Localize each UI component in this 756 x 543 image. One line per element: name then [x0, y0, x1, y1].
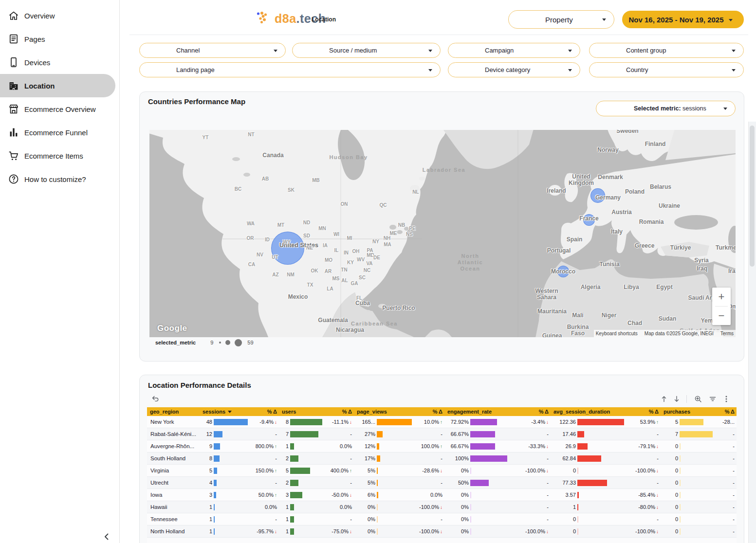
metric-cell: 12 [200, 428, 250, 440]
map-bubble-germany[interactable] [590, 188, 605, 203]
delta-cell: 53.9%↑ [628, 419, 661, 425]
selected-metric-dropdown[interactable]: Selected metric: sessions [596, 101, 736, 116]
metric-cell: 2 [279, 452, 324, 464]
trend-up-icon: ↑ [275, 444, 277, 449]
sidebar-item-how-to-customize[interactable]: How to customize? [0, 167, 115, 191]
table-row-iowa[interactable]: Iowa350.0%↑3-50.0%↓6%0.0%0%-3.57-85.4%↓0… [147, 489, 737, 501]
delta-cell: - [712, 431, 737, 437]
sidebar-item-label: Devices [24, 58, 50, 67]
filter-dropdown-source-medium[interactable]: Source / medium [292, 43, 441, 58]
filter-icon[interactable] [708, 395, 717, 403]
table-row-rabat-sal-k-ni[interactable]: Rabat-Salé-Kéni...12-7-27%-66.67%-17.46-… [147, 428, 737, 440]
column-header-purchases[interactable]: purchases [661, 409, 712, 415]
delta-cell: 400.0%↑ [324, 468, 354, 473]
zoom-search-icon[interactable] [694, 395, 702, 403]
page-scrollbar[interactable] [748, 122, 756, 543]
terms-link[interactable]: Terms [720, 331, 734, 336]
trend-down-icon: ↓ [656, 505, 659, 510]
delta-cell: -80.0%↓ [628, 504, 661, 510]
delta-cell: - [511, 492, 551, 498]
trend-down-icon: ↓ [440, 529, 443, 534]
map-bubble-morocco[interactable] [557, 266, 569, 277]
table-card-title: Location Performance Details [148, 381, 251, 389]
metric-cell: 0% [354, 525, 413, 537]
trend-down-icon: ↓ [275, 419, 277, 425]
table-row-auvergne-rh-n[interactable]: Auvergne-Rhôn...9800.0%↑10.0%12%100.0%↑6… [147, 440, 737, 452]
filter-dropdown-campaign[interactable]: Campaign [448, 43, 580, 58]
column-header-[interactable]: % Δ [250, 409, 279, 415]
scrollbar-thumb[interactable] [750, 126, 755, 267]
trend-down-icon: ↓ [350, 419, 352, 425]
column-header-geo-region[interactable]: geo_region [147, 409, 200, 415]
google-logo[interactable]: Google [157, 324, 187, 333]
metric-bar [290, 468, 310, 474]
column-header-[interactable]: % Δ [413, 409, 444, 415]
metric-bar [214, 431, 222, 437]
table-row-tennessee[interactable]: Tennessee1-1-0%-0%-0-0- [147, 513, 737, 525]
sidebar-collapse-button[interactable] [100, 530, 113, 543]
map-attribution: Keyboard shortcuts Map data ©2025 Google… [594, 330, 736, 337]
sidebar-item-ecommerce-items[interactable]: Ecommerce Items [0, 144, 115, 167]
geo-map[interactable]: CanadaUnited StatesMexicoCubaPuerto Rico… [149, 130, 736, 337]
sidebar-item-devices[interactable]: Devices [0, 51, 115, 74]
sidebar-item-ecommerce-overview[interactable]: Ecommerce Overview [0, 97, 115, 121]
table-row-north-holland[interactable]: North Holland1-95.7%↓1-75.0%↓0%-100.0%↓0… [147, 525, 737, 538]
date-range-dropdown[interactable]: Nov 16, 2025 - Nov 19, 2025 [622, 11, 744, 28]
filter-dropdown-device-category[interactable]: Device category [448, 62, 580, 77]
delta-cell: - [628, 480, 661, 486]
chevron-down-icon [428, 50, 432, 52]
filter-dropdown-country[interactable]: Country [589, 62, 744, 77]
column-header-avg-session-duration[interactable]: avg_session_duration [551, 409, 628, 415]
map-bubble-france[interactable] [583, 214, 595, 226]
sidebar-item-location[interactable]: Location [0, 74, 115, 97]
delta-cell: 100.0%↑ [413, 443, 444, 449]
keyboard-shortcuts-link[interactable]: Keyboard shortcuts [596, 331, 638, 336]
sidebar-item-label: Pages [24, 35, 45, 43]
column-header-sessions[interactable]: sessions [200, 409, 250, 415]
delta-cell: 150.0%↑ [250, 468, 279, 473]
delta-cell: - [324, 516, 354, 522]
column-header-[interactable]: % Δ [628, 409, 661, 415]
column-header-[interactable]: % Δ [712, 409, 737, 415]
metric-bar [377, 443, 379, 450]
filter-dropdown-landing-page[interactable]: Landing page [139, 62, 441, 77]
metric-cell: 3.57 [551, 489, 628, 501]
column-header-[interactable]: % Δ [324, 409, 354, 415]
zoom-out-button[interactable]: − [712, 307, 731, 325]
metric-bar [577, 455, 601, 462]
metric-bar [290, 431, 318, 437]
metric-bar [290, 492, 302, 498]
metric-bar [214, 443, 220, 450]
metric-bar [290, 504, 294, 510]
table-row-hawaii[interactable]: Hawaii10.0%10.0%0%-100.0%↓0%-1-80.0%↓0- [147, 501, 737, 513]
column-header-users[interactable]: users [279, 409, 324, 415]
column-header-page-views[interactable]: page_views [354, 409, 413, 415]
filter-dropdown-channel[interactable]: Channel [139, 43, 286, 58]
zoom-in-button[interactable]: + [712, 288, 731, 306]
undo-icon[interactable] [151, 395, 160, 403]
arrow-up-icon[interactable] [660, 395, 668, 403]
table-row-new-york[interactable]: New York48-9.4%↓8-11.1%↓165...10.0%↑72.9… [147, 416, 737, 428]
sort-desc-icon [228, 411, 232, 413]
arrow-down-icon[interactable] [672, 395, 681, 403]
metric-bar [214, 419, 248, 425]
geo-region-cell: Utrecht [147, 480, 200, 486]
column-header-engagement-rate[interactable]: engagement_rate [444, 409, 511, 415]
sidebar-item-overview[interactable]: Overview [0, 4, 115, 27]
metric-cell: 0 [661, 513, 712, 525]
sidebar-item-label: Ecommerce Overview [24, 105, 96, 113]
trend-down-icon: ↓ [656, 468, 659, 473]
column-header-[interactable]: % Δ [511, 409, 551, 415]
more-vert-icon[interactable] [722, 395, 731, 403]
map-bubble-united-states[interactable] [271, 232, 304, 265]
chevron-down-icon [729, 19, 733, 21]
sidebar-item-ecommerce-funnel[interactable]: Ecommerce Funnel [0, 121, 115, 144]
map-card-title: Countries Performance Map [148, 97, 245, 106]
table-row-virginia[interactable]: Virginia5150.0%↑5400.0%↑5%-28.6%↓0%-100.… [147, 465, 737, 477]
property-dropdown[interactable]: Property [508, 10, 614, 29]
filter-dropdown-content-group[interactable]: Content group [589, 43, 744, 58]
table-row-south-holland[interactable]: South Holland8-2-17%-100%-62.84-0- [147, 452, 737, 465]
geo-region-cell: Hawaii [147, 504, 200, 510]
table-row-utrecht[interactable]: Utrecht4-2-5%-50%-77.33-0- [147, 477, 737, 489]
sidebar-item-pages[interactable]: Pages [0, 27, 115, 51]
